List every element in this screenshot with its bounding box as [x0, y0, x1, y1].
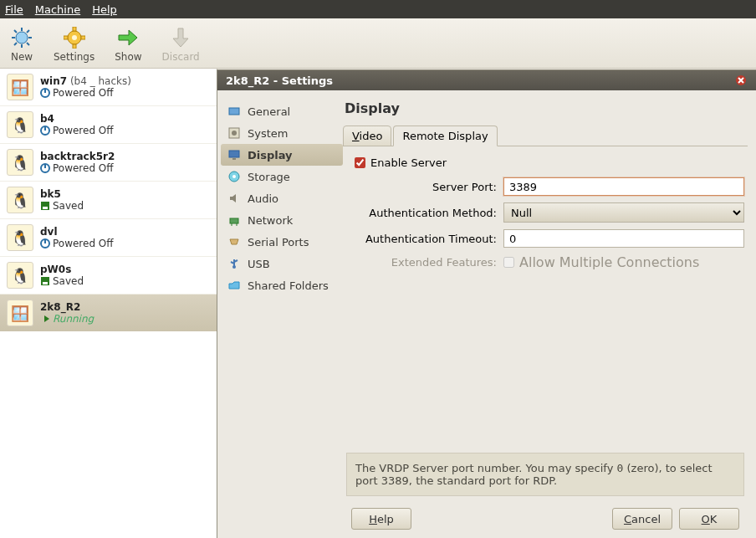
toolbar-settings[interactable]: Settings — [49, 24, 100, 64]
vm-state: Powered Off — [53, 125, 114, 136]
vm-row[interactable]: 🪟2k8_R2Running — [0, 295, 217, 331]
vm-text: b4Powered Off — [40, 113, 114, 136]
svg-point-0 — [16, 32, 28, 44]
vm-os-icon: 🪟 — [7, 74, 33, 100]
vm-state-icon — [40, 88, 50, 98]
general-icon — [227, 105, 241, 118]
vm-state-icon — [40, 201, 50, 211]
category-label: Network — [248, 214, 293, 227]
arrow-down-icon — [169, 26, 192, 49]
category-label: Audio — [248, 192, 278, 205]
svg-rect-12 — [73, 44, 76, 49]
vm-row[interactable]: 🪟win7 (b4 _ hacks)Powered Off — [0, 69, 217, 106]
category-shared[interactable]: Shared Folders — [221, 274, 343, 296]
toolbar-show[interactable]: Show — [110, 24, 146, 64]
vm-row[interactable]: 🐧bk5Saved — [0, 182, 217, 219]
allow-multiple-label: Allow Multiple Connections — [519, 254, 699, 270]
display-icon — [227, 148, 241, 161]
server-port-input[interactable] — [503, 177, 744, 196]
category-label: Display — [248, 149, 293, 161]
vm-state-icon — [40, 126, 50, 136]
vm-text: 2k8_R2Running — [40, 301, 94, 325]
svg-point-34 — [232, 175, 236, 178]
svg-line-5 — [14, 30, 17, 33]
category-network[interactable]: Network — [221, 209, 343, 231]
vm-text: backtrack5r2Powered Off — [40, 151, 115, 174]
storage-icon — [227, 170, 241, 183]
category-display[interactable]: Display — [221, 144, 343, 166]
category-label: General — [248, 105, 290, 118]
vm-row[interactable]: 🐧pW0sSaved — [0, 257, 217, 295]
svg-rect-26 — [43, 282, 48, 284]
vm-os-icon: 🐧 — [7, 111, 33, 138]
vm-list: 🪟win7 (b4 _ hacks)Powered Off🐧b4Powered … — [0, 69, 217, 538]
hint-box: The VRDP Server port number. You may spe… — [346, 453, 744, 496]
category-serial[interactable]: Serial Ports — [221, 231, 343, 253]
svg-rect-28 — [229, 108, 239, 115]
svg-line-6 — [27, 43, 29, 45]
vm-name: bk5 — [40, 188, 61, 200]
auth-method-select[interactable]: Null — [503, 202, 744, 223]
remote-display-form: Enable Server Server Port: Authenticatio… — [343, 146, 748, 287]
usb-icon — [227, 257, 241, 270]
svg-point-30 — [232, 131, 237, 136]
tabs: Video Remote Display — [343, 125, 748, 146]
toolbar-discard-label: Discard — [162, 51, 200, 63]
vm-state-icon — [40, 163, 50, 173]
toolbar-new[interactable]: New — [5, 24, 38, 64]
category-system[interactable]: System — [221, 122, 343, 144]
vm-row[interactable]: 🐧b4Powered Off — [0, 106, 217, 144]
vm-os-icon: 🐧 — [7, 262, 33, 289]
vm-text: bk5Saved — [40, 188, 84, 212]
menu-help[interactable]: Help — [92, 3, 117, 16]
category-label: Storage — [248, 171, 290, 183]
tab-video[interactable]: Video — [343, 126, 391, 146]
auth-timeout-label: Authentication Timeout: — [346, 233, 497, 245]
ok-button[interactable]: OK — [679, 508, 739, 530]
vm-name: 2k8_R2 — [40, 301, 80, 313]
settings-main-pane: Display Video Remote Display Enable Serv… — [343, 97, 756, 538]
vm-os-icon: 🐧 — [7, 187, 33, 213]
vm-row[interactable]: 🐧dvlPowered Off — [0, 219, 217, 257]
menubar: File Machine Help — [0, 0, 756, 18]
vm-state: Saved — [53, 275, 84, 287]
help-button[interactable]: Help — [351, 508, 411, 530]
menu-file[interactable]: File — [5, 3, 23, 16]
vm-text: pW0sSaved — [40, 264, 84, 287]
toolbar-new-label: New — [11, 51, 33, 63]
vm-state: Saved — [53, 200, 84, 212]
auth-method-label: Authentication Method: — [346, 207, 497, 219]
category-general[interactable]: General — [221, 100, 343, 122]
enable-server-row[interactable]: Enable Server — [355, 156, 744, 169]
tab-remote-display[interactable]: Remote Display — [393, 126, 497, 146]
serial-icon — [227, 235, 241, 249]
vm-text: win7 (b4 _ hacks)Powered Off — [40, 75, 131, 99]
vm-row[interactable]: 🐧backtrack5r2Powered Off — [0, 144, 217, 182]
gear-icon — [63, 26, 86, 49]
category-label: System — [248, 127, 288, 140]
page-title: Display — [345, 100, 748, 116]
vm-name: pW0s — [40, 264, 71, 275]
enable-server-checkbox[interactable] — [355, 157, 365, 168]
menu-machine[interactable]: Machine — [35, 3, 80, 16]
auth-timeout-input[interactable] — [503, 229, 744, 248]
svg-rect-13 — [64, 36, 68, 39]
svg-line-7 — [27, 30, 29, 33]
toolbar: New Settings Show Discard — [0, 18, 756, 69]
vm-name: backtrack5r2 — [40, 151, 115, 162]
shared-icon — [227, 279, 241, 292]
server-port-label: Server Port: — [346, 181, 497, 193]
category-storage[interactable]: Storage — [221, 166, 343, 187]
toolbar-settings-label: Settings — [54, 51, 94, 63]
dialog-titlebar: 2k8_R2 - Settings — [217, 70, 756, 90]
category-audio[interactable]: Audio — [221, 187, 343, 209]
vm-state-icon — [40, 238, 50, 249]
vm-state: Powered Off — [53, 87, 114, 99]
vm-name: dvl — [40, 226, 58, 238]
vm-state: Powered Off — [53, 162, 114, 174]
category-usb[interactable]: USB — [221, 253, 343, 274]
close-icon[interactable] — [734, 74, 748, 87]
vm-state-icon — [40, 276, 50, 286]
dialog-title: 2k8_R2 - Settings — [226, 74, 734, 87]
cancel-button[interactable]: Cancel — [612, 508, 672, 530]
